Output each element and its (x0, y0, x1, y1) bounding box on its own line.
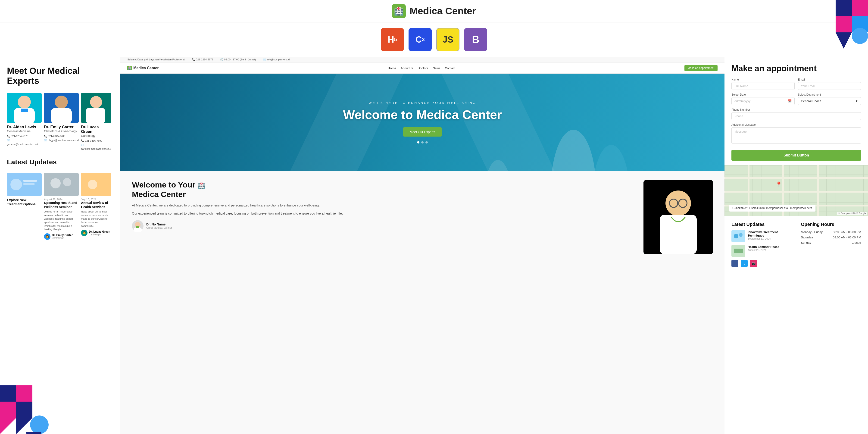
name-input[interactable]: Full Name (732, 82, 795, 90)
svg-marker-26 (0, 418, 16, 434)
form-row-name-email: Name Full Name Email Your Email (732, 78, 861, 90)
hours-time-1: 08:00 AM - 08:00 PM (833, 230, 861, 234)
hours-time-2: 09:00 AM - 06:00 PM (833, 236, 861, 239)
nav-contact[interactable]: Contact (445, 66, 455, 70)
opening-hours-col: Opening Hours Monday - Friday 08:00 AM -… (801, 222, 861, 434)
svg-point-19 (63, 178, 71, 186)
update-card-2: August 22, 2024 Upcoming Health and Well… (44, 173, 79, 240)
form-row-date-dept: Select Date dd/mm/yyyy 📅 Select Departme… (732, 93, 861, 105)
svg-point-21 (88, 180, 97, 189)
footer-section: Latest Updates Innovative Treatment Tech… (724, 216, 868, 434)
doctor-name-3: Dr. Lucas Green (81, 125, 111, 134)
welcome-text: Welcome to Your 🏥Medica Center At Medica… (132, 180, 634, 232)
footer-update-item-2: Health Seminar Recap August 22, 2024 (732, 245, 792, 257)
update-card-3: July 10, 2024 Annual Review of Health Se… (81, 173, 111, 240)
update-desc-2: Join us for an informative seminar on he… (44, 210, 79, 231)
nav-cta-button[interactable]: Make an appointment (684, 65, 717, 71)
author-avatar-3: 👨 (81, 229, 88, 236)
tech-badges-row: H5 C3 JS B (0, 23, 868, 57)
doctor-card-2: Dr. Emily Carter Obstetrics & Gynecology… (44, 93, 79, 151)
message-input[interactable]: Message (732, 127, 861, 144)
update-title-1: Explore New Treatment Options (7, 198, 42, 206)
update-date-2: August 22, 2024 (44, 198, 79, 201)
nav-doctors[interactable]: Doctors (418, 66, 428, 70)
update-desc-3: Read about our annual review of improvem… (81, 210, 111, 228)
nav-news[interactable]: News (433, 66, 440, 70)
update-author-3: 👨 Dr. Lucas Green Cardiologist (81, 229, 111, 236)
top-bar: 🏥 Medica Center (0, 0, 868, 23)
hero-dot-1[interactable] (417, 141, 420, 144)
phone-input[interactable]: Phone (732, 112, 861, 120)
svg-rect-16 (23, 183, 35, 185)
svg-rect-17 (44, 173, 79, 196)
site-logo: 🏥 Medica Center (392, 4, 476, 18)
form-group-phone: Phone Number Phone (732, 108, 861, 120)
footer-updates-title: Latest Updates (732, 222, 792, 227)
site-nav: 🏥 Medica Center Home About Us Doctors Ne… (120, 63, 724, 73)
doctor-contact-3: 📞 021-3456-7890 ✉️ cardio@medicacenter.c… (81, 139, 111, 151)
svg-rect-10 (51, 108, 72, 123)
hours-day-3: Sunday (801, 241, 811, 244)
info-email: ✉️ info@company.co.id (263, 58, 289, 61)
dept-select[interactable]: General Health ▼ (798, 97, 861, 105)
welcome-desc-2: Our experienced team is committed to off… (132, 211, 634, 216)
hero-cta-button[interactable]: Meet Our Experts (403, 127, 442, 136)
update-img-2 (44, 173, 79, 196)
hero-section: WE'RE HERE TO ENHANCE YOUR WELL-BEING We… (120, 73, 724, 171)
svg-rect-44 (660, 215, 697, 254)
doctor-card-3: Dr. Lucas Green Cardiology 📞 021-3456-78… (81, 93, 111, 151)
hero-title: Welcome to Medica Center (343, 107, 502, 122)
svg-rect-8 (21, 108, 28, 112)
welcome-desc-1: At Medica Center, we are dedicated to pr… (132, 203, 634, 208)
hero-dot-2[interactable] (421, 141, 424, 144)
email-label: Email (798, 78, 861, 81)
cmo-role: Chief Medical Officer (146, 226, 172, 229)
svg-rect-24 (0, 402, 16, 418)
twitter-icon[interactable]: t (741, 260, 748, 267)
nav-links: Home About Us Doctors News Contact (388, 66, 455, 70)
svg-point-6 (18, 96, 31, 108)
submit-button[interactable]: Submit Button (732, 150, 861, 161)
site-logo-small: 🏥 Medica Center (127, 66, 159, 70)
svg-point-50 (739, 233, 743, 237)
svg-marker-31 (26, 432, 42, 434)
hours-time-3: Closed (852, 241, 861, 244)
map-overlay-text: Gunakan ctrl + scroll untuk memperbesar … (729, 205, 815, 212)
deco-bottom-left (0, 385, 51, 434)
update-cards: Explore New Treatment Options August 22,… (7, 173, 114, 240)
doctor-specialty-1: General Medicine (7, 129, 42, 133)
footer-update-text-2: Health Seminar Recap August 22, 2024 (748, 245, 779, 251)
name-label: Name (732, 78, 795, 81)
right-panel: Make an appointment Name Full Name Email… (724, 57, 868, 434)
site-name: Medica Center (409, 5, 476, 17)
hero-dot-3[interactable] (426, 141, 428, 144)
nav-about[interactable]: About Us (401, 66, 413, 70)
svg-rect-12 (86, 107, 105, 123)
email-input[interactable]: Your Email (798, 82, 861, 90)
info-bar: Selamat Datang di Layanan Kesehatan Prof… (120, 57, 724, 63)
svg-point-49 (734, 234, 738, 239)
svg-rect-41 (136, 226, 140, 228)
svg-point-30 (30, 415, 49, 434)
updates-section: Latest Updates Explore New Treatment Opt… (7, 158, 114, 240)
doctor-img-3 (81, 93, 111, 123)
doctor-contact-1: 📞 021-1234-5678 ✉️ general@medicacenter.… (7, 134, 42, 147)
hero-content: WE'RE HERE TO ENHANCE YOUR WELL-BEING We… (343, 101, 502, 144)
doctor-specialty-3: Cardiology (81, 134, 111, 137)
map-road-h2 (724, 191, 868, 193)
svg-rect-52 (734, 249, 743, 253)
doctor-specialty-2: Obstetrics & Gynecology (44, 129, 79, 133)
logo-icon: 🏥 (392, 4, 406, 18)
nav-home[interactable]: Home (388, 66, 396, 70)
date-input[interactable]: dd/mm/yyyy 📅 (732, 97, 795, 105)
instagram-icon[interactable]: 📷 (750, 260, 757, 267)
date-label: Select Date (732, 93, 795, 96)
facebook-icon[interactable]: f (732, 260, 738, 267)
author-info-2: Dr. Emily Carter Obstetrician (52, 234, 73, 239)
hours-row-1: Monday - Friday 08:00 AM - 08:00 PM (801, 230, 861, 234)
info-hours: 🕐 08:00 - 17:00 (Senin-Jumat) (220, 58, 256, 61)
svg-rect-15 (23, 180, 37, 182)
message-label: Additional Message (732, 123, 861, 126)
hours-row-3: Sunday Closed (801, 241, 861, 244)
dept-label: Select Department (798, 93, 861, 96)
